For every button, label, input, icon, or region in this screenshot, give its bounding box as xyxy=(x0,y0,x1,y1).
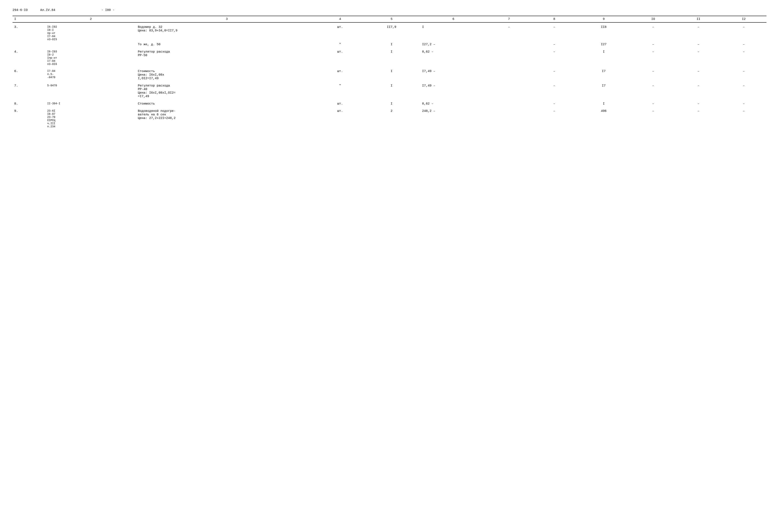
table-cell: I xyxy=(577,49,631,67)
col-header-3: 3 xyxy=(136,16,317,22)
page-number: - I80 - xyxy=(101,8,115,12)
table-cell: – xyxy=(532,83,577,99)
table-cell: I7,49 – xyxy=(420,83,486,99)
col-header-6: 6 xyxy=(420,16,486,22)
spacer-row xyxy=(12,47,767,49)
table-cell: 496 xyxy=(577,109,631,129)
table-cell: – xyxy=(721,109,767,129)
table-cell: – xyxy=(631,109,676,129)
table-cell: Водоводяной подогре- ватель на 6 сек Цен… xyxy=(136,109,317,129)
table-cell: – xyxy=(676,83,721,99)
table-cell: II-394-I xyxy=(46,101,136,106)
col-header-11: II xyxy=(676,16,721,22)
table-cell: " xyxy=(317,83,363,99)
table-cell: – xyxy=(721,42,767,47)
table-cell: 7. xyxy=(12,83,46,99)
table-cell xyxy=(486,42,532,47)
table-row: 7.5-0470Регулятор расхода РР-40 Цена: I6… xyxy=(12,83,767,99)
spacer-row xyxy=(12,67,767,69)
table-cell: – xyxy=(631,101,676,106)
table-cell: – xyxy=(721,83,767,99)
table-cell: 0,62 – xyxy=(420,49,486,67)
table-cell: – xyxy=(532,49,577,67)
col-header-12: I2 xyxy=(721,16,767,22)
table-cell: – xyxy=(721,69,767,81)
table-cell: Стоимость Цена: I6xI,08x I,OI2=I7,49 xyxy=(136,69,317,81)
spacer-row xyxy=(12,22,767,24)
table-cell: – xyxy=(631,42,676,47)
table-cell: – xyxy=(721,101,767,106)
table-cell: – xyxy=(676,69,721,81)
table-cell: 3. xyxy=(12,24,46,42)
standard: Ал.IV.84 xyxy=(40,8,55,12)
col-header-2: 2 xyxy=(46,16,136,22)
table-cell: 248,2 – xyxy=(420,109,486,129)
table-cell: – xyxy=(631,49,676,67)
table-cell: – xyxy=(532,101,577,106)
table-cell: 2 xyxy=(363,109,420,129)
table-cell: I xyxy=(363,101,420,106)
table-cell: Регулятор расхода РР-50 xyxy=(136,49,317,67)
main-table: I 2 3 4 5 6 7 8 9 IO II I2 3.I6-I92 I8-I… xyxy=(12,16,767,129)
table-cell xyxy=(486,49,532,67)
table-cell: – xyxy=(631,83,676,99)
table-row: 6.I7-04 п.5- -0470Стоимость Цена: I6xI,0… xyxy=(12,69,767,81)
table-cell: I7 xyxy=(577,69,631,81)
table-cell: I xyxy=(363,83,420,99)
table-cell: I6-I93 I8-2 Iпр-нт I7-04 п3-OI6 xyxy=(46,49,136,67)
table-cell: II8 xyxy=(577,24,631,42)
table-cell: I xyxy=(420,24,486,42)
table-row: 4.I6-I93 I8-2 Iпр-нт I7-04 п3-OI6Регулят… xyxy=(12,49,767,67)
spacer-row xyxy=(12,106,767,109)
table-cell: – xyxy=(676,101,721,106)
table-cell: – xyxy=(631,24,676,42)
table-cell: 8. xyxy=(12,101,46,106)
table-cell: шт. xyxy=(317,109,363,129)
page-header: 294-6-IO Ал.IV.84 - I80 - xyxy=(12,8,767,12)
table-cell: шт. xyxy=(317,24,363,42)
col-header-4: 4 xyxy=(317,16,363,22)
table-cell: I7,49 – xyxy=(420,69,486,81)
table-cell: – xyxy=(676,109,721,129)
table-cell: 4. xyxy=(12,49,46,67)
table-cell: – xyxy=(532,24,577,42)
table-cell: – xyxy=(532,69,577,81)
table-cell: Регулятор расхода РР-40 Цена: I6xI,08xI,… xyxy=(136,83,317,99)
table-cell: I27,2 – xyxy=(420,42,486,47)
table-cell: 23-6I I8-87 23-70 ССРСЦ ч.III п.234 xyxy=(46,109,136,129)
table-cell xyxy=(12,42,46,47)
table-row: То же, д. 50"II27,2 ––I27––– xyxy=(12,42,767,47)
table-cell: – xyxy=(721,49,767,67)
table-cell: I7-04 п.5- -0470 xyxy=(46,69,136,81)
table-cell: I7 xyxy=(577,83,631,99)
table-cell: 5-0470 xyxy=(46,83,136,99)
table-cell: – xyxy=(676,49,721,67)
table-cell xyxy=(486,109,532,129)
col-header-5: 5 xyxy=(363,16,420,22)
table-cell: – xyxy=(676,24,721,42)
table-row: 8.II-394-IСтоимостьшт.I0,62 ––I––– xyxy=(12,101,767,106)
col-header-8: 8 xyxy=(532,16,577,22)
table-cell: – xyxy=(676,42,721,47)
table-cell: – xyxy=(532,109,577,129)
table-cell: II7,9 xyxy=(363,24,420,42)
table-cell: I6-I92 I8-I пр-нт I7-04 п3-OI5 xyxy=(46,24,136,42)
table-cell: – xyxy=(532,42,577,47)
spacer-row xyxy=(12,81,767,83)
col-header-7: 7 xyxy=(486,16,532,22)
table-cell: шт. xyxy=(317,101,363,106)
table-cell: Водомер д. 32 Цена: 83,9+34,0=II7,9 xyxy=(136,24,317,42)
table-cell xyxy=(486,69,532,81)
table-cell: I xyxy=(363,69,420,81)
table-cell: I xyxy=(577,101,631,106)
spacer-row xyxy=(12,99,767,101)
col-header-9: 9 xyxy=(577,16,631,22)
table-cell: 9. xyxy=(12,109,46,129)
table-cell: I27 xyxy=(577,42,631,47)
col-header-1: I xyxy=(12,16,46,22)
doc-code: 294-6-IO xyxy=(12,8,27,12)
table-cell: То же, д. 50 xyxy=(136,42,317,47)
column-headers: I 2 3 4 5 6 7 8 9 IO II I2 xyxy=(12,16,767,22)
table-cell: Стоимость xyxy=(136,101,317,106)
table-cell: 6. xyxy=(12,69,46,81)
